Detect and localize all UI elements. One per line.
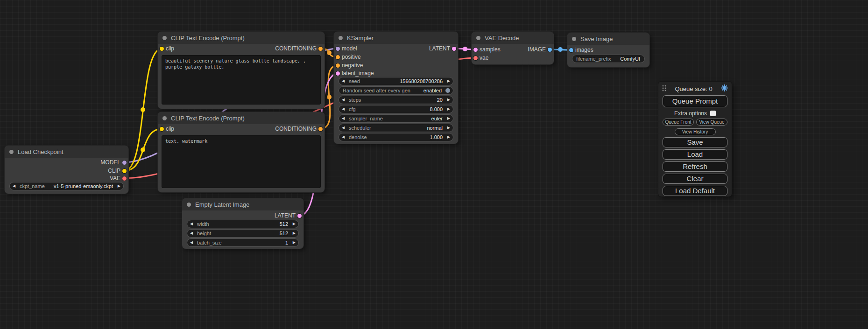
node-empty-latent-image[interactable]: Empty Latent Image LATENT ◀ width 512 ▶ … <box>182 198 303 249</box>
conditioning-slot-dot[interactable] <box>318 127 323 131</box>
output-slot-model[interactable]: MODEL <box>100 158 128 167</box>
prompt-textarea[interactable]: text, watermark <box>162 135 321 188</box>
node-load-checkpoint[interactable]: Load Checkpoint MODEL CLIP VAE ◀ ckpt_na… <box>5 146 128 194</box>
decrement-arrow-icon[interactable]: ◀ <box>342 105 348 113</box>
extra-options-checkbox[interactable] <box>710 111 716 116</box>
collapse-dot-icon[interactable] <box>572 37 576 41</box>
increment-arrow-icon[interactable]: ▶ <box>289 229 296 238</box>
input-slot-images[interactable]: images <box>567 46 593 54</box>
increment-arrow-icon[interactable]: ▶ <box>444 105 450 113</box>
image-slot-dot[interactable] <box>569 48 573 52</box>
widget-width[interactable]: ◀ width 512 ▶ <box>187 220 299 228</box>
refresh-button[interactable]: Refresh <box>663 161 727 172</box>
clip-slot-dot[interactable] <box>160 127 164 131</box>
queue-prompt-button[interactable]: Queue Prompt <box>663 95 727 107</box>
decrement-arrow-icon[interactable]: ◀ <box>13 182 19 190</box>
node-save-image[interactable]: Save Image images filename_prefix ComfyU… <box>567 33 649 67</box>
drag-handle-icon[interactable] <box>662 85 666 93</box>
output-slot-conditioning[interactable]: CONDITIONING <box>275 44 325 53</box>
decrement-arrow-icon[interactable]: ◀ <box>190 238 196 247</box>
decrement-arrow-icon[interactable]: ◀ <box>342 124 348 132</box>
load-button[interactable]: Load <box>663 149 727 160</box>
prompt-textarea[interactable]: beautiful scenery nature glass bottle la… <box>162 55 321 105</box>
decrement-arrow-icon[interactable]: ◀ <box>190 229 196 238</box>
output-slot-latent[interactable]: LATENT <box>429 44 458 53</box>
input-slot-clip[interactable]: clip <box>158 44 174 53</box>
input-slot-clip[interactable]: clip <box>158 125 174 133</box>
increment-arrow-icon[interactable]: ▶ <box>444 133 450 141</box>
collapse-dot-icon[interactable] <box>162 36 167 40</box>
clip-slot-dot[interactable] <box>160 47 164 51</box>
node-vae-decode[interactable]: VAE Decode samples vae IMAGE <box>472 32 554 64</box>
node-title-bar[interactable]: CLIP Text Encode (Prompt) <box>158 32 325 44</box>
increment-arrow-icon[interactable]: ▶ <box>289 220 296 228</box>
decrement-arrow-icon[interactable]: ◀ <box>342 133 348 141</box>
increment-arrow-icon[interactable]: ▶ <box>114 182 120 190</box>
view-history-button[interactable]: View History <box>675 128 716 135</box>
conditioning-slot-dot[interactable] <box>336 55 340 59</box>
load-default-button[interactable]: Load Default <box>663 186 727 196</box>
widget-steps[interactable]: ◀ steps 20 ▶ <box>339 96 453 104</box>
node-title-bar[interactable]: Save Image <box>567 33 649 45</box>
widget-sampler-name[interactable]: ◀ sampler_name euler ▶ <box>339 114 453 123</box>
widget-height[interactable]: ◀ height 512 ▶ <box>187 229 299 238</box>
widget-random-seed-toggle[interactable]: Random seed after every gen enabled <box>339 86 453 95</box>
model-slot-dot[interactable] <box>336 47 340 51</box>
vae-slot-dot[interactable] <box>122 176 127 181</box>
node-title-bar[interactable]: VAE Decode <box>472 32 554 44</box>
toggle-state-icon[interactable] <box>445 88 450 93</box>
increment-arrow-icon[interactable]: ▶ <box>289 238 296 247</box>
collapse-dot-icon[interactable] <box>9 150 14 154</box>
conditioning-slot-dot[interactable] <box>336 63 340 68</box>
widget-denoise[interactable]: ◀ denoise 1.000 ▶ <box>339 133 453 141</box>
image-slot-dot[interactable] <box>548 48 552 52</box>
node-title-bar[interactable]: Empty Latent Image <box>182 198 303 210</box>
collapse-dot-icon[interactable] <box>162 116 167 120</box>
clip-slot-dot[interactable] <box>122 169 127 173</box>
decrement-arrow-icon[interactable]: ◀ <box>342 77 348 85</box>
input-slot-positive[interactable]: positive <box>334 53 361 61</box>
graph-canvas[interactable]: Load Checkpoint MODEL CLIP VAE ◀ ckpt_na… <box>0 0 868 329</box>
output-slot-conditioning[interactable]: CONDITIONING <box>275 125 325 133</box>
increment-arrow-icon[interactable]: ▶ <box>444 114 450 123</box>
node-ksampler[interactable]: KSampler model positive negative latent_… <box>334 32 458 144</box>
view-queue-button[interactable]: View Queue <box>696 119 727 126</box>
node-clip-text-encode-positive[interactable]: CLIP Text Encode (Prompt) clip CONDITION… <box>158 32 325 109</box>
widget-ckpt-name[interactable]: ◀ ckpt_name v1-5-pruned-emaonly.ckpt ▶ <box>9 182 124 190</box>
latent-slot-dot[interactable] <box>452 47 456 51</box>
output-slot-vae[interactable]: VAE <box>110 174 128 182</box>
collapse-dot-icon[interactable] <box>339 36 343 40</box>
node-title-bar[interactable]: CLIP Text Encode (Prompt) <box>158 112 325 124</box>
collapse-dot-icon[interactable] <box>476 36 480 40</box>
widget-scheduler[interactable]: ◀ scheduler normal ▶ <box>339 124 453 132</box>
queue-front-button[interactable]: Queue Front <box>663 119 694 126</box>
input-slot-model[interactable]: model <box>334 44 357 53</box>
widget-filename-prefix[interactable]: filename_prefix ComfyUI <box>572 55 645 63</box>
save-button[interactable]: Save <box>663 137 727 147</box>
latent-slot-dot[interactable] <box>473 48 478 52</box>
latent-slot-dot[interactable] <box>297 214 302 218</box>
decrement-arrow-icon[interactable]: ◀ <box>190 220 196 228</box>
output-slot-image[interactable]: IMAGE <box>528 45 554 54</box>
vae-slot-dot[interactable] <box>473 56 478 60</box>
latent-slot-dot[interactable] <box>336 71 340 76</box>
input-slot-samples[interactable]: samples <box>472 45 501 54</box>
widget-batch-size[interactable]: ◀ batch_size 1 ▶ <box>187 238 299 247</box>
conditioning-slot-dot[interactable] <box>318 47 323 51</box>
decrement-arrow-icon[interactable]: ◀ <box>342 114 348 123</box>
input-slot-vae[interactable]: vae <box>472 54 488 62</box>
widget-seed[interactable]: ◀ seed 156680208700286 ▶ <box>339 77 453 85</box>
widget-cfg[interactable]: ◀ cfg 8.000 ▶ <box>339 105 453 113</box>
node-title-bar[interactable]: KSampler <box>334 32 458 44</box>
settings-gear-icon[interactable] <box>721 84 728 93</box>
increment-arrow-icon[interactable]: ▶ <box>444 124 450 132</box>
increment-arrow-icon[interactable]: ▶ <box>444 96 450 104</box>
collapse-dot-icon[interactable] <box>187 203 191 207</box>
node-title-bar[interactable]: Load Checkpoint <box>5 146 128 158</box>
decrement-arrow-icon[interactable]: ◀ <box>342 96 348 104</box>
input-slot-negative[interactable]: negative <box>334 61 363 70</box>
model-slot-dot[interactable] <box>122 161 127 165</box>
output-slot-latent[interactable]: LATENT <box>275 211 303 220</box>
node-clip-text-encode-negative[interactable]: CLIP Text Encode (Prompt) clip CONDITION… <box>158 112 325 192</box>
clear-button[interactable]: Clear <box>663 174 727 184</box>
